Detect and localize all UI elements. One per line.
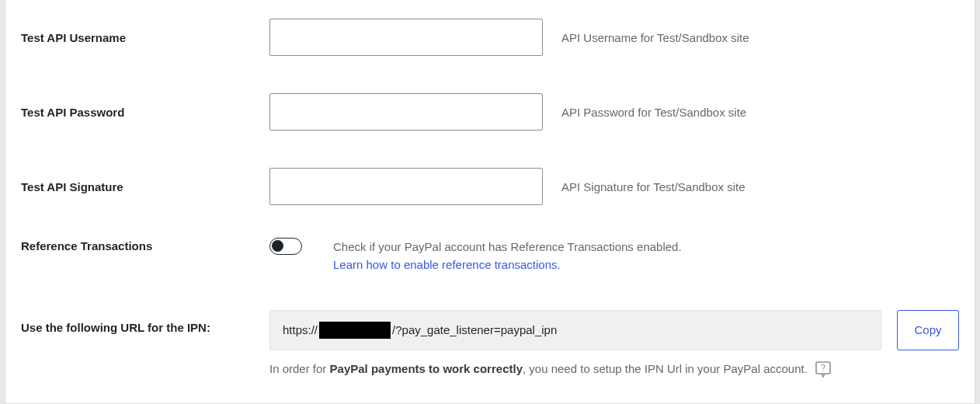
svg-text:?: ? [821,363,825,372]
reference-transactions-help-text: Check if your PayPal account has Referen… [333,240,682,253]
paypal-settings-panel: Test API Username API Username for Test/… [5,0,975,404]
row-test-api-username: Test API Username API Username for Test/… [21,0,959,75]
row-test-api-signature: Test API Signature API Signature for Tes… [21,149,959,224]
ipn-note-suffix: , you need to setup the IPN Url in your … [523,362,808,375]
link-reference-transactions-learn[interactable]: Learn how to enable reference transactio… [333,258,561,271]
label-test-api-signature: Test API Signature [21,180,269,193]
label-test-api-username: Test API Username [21,31,269,44]
input-test-api-signature[interactable] [269,168,543,205]
copy-ipn-url-button[interactable]: Copy [897,310,959,350]
ipn-url-prefix: https:// [283,323,318,336]
label-ipn-url: Use the following URL for the IPN: [21,310,269,334]
help-reference-transactions: Check if your PayPal account has Referen… [333,238,682,274]
label-test-api-password: Test API Password [21,106,269,119]
help-test-api-signature: API Signature for Test/Sandbox site [561,180,745,193]
help-icon[interactable]: ? [814,360,832,378]
row-reference-transactions: Reference Transactions Check if your Pay… [21,224,959,288]
toggle-reference-transactions[interactable] [269,238,302,255]
input-test-api-password[interactable] [269,93,543,131]
row-ipn-url: Use the following URL for the IPN: https… [21,288,959,378]
label-reference-transactions: Reference Transactions [21,238,269,252]
ipn-url-display[interactable]: https:///?pay_gate_listener=paypal_ipn [269,310,881,350]
input-test-api-username[interactable] [269,19,543,56]
ipn-note: In order for PayPal payments to work cor… [269,360,959,378]
ipn-url-redacted [319,322,391,339]
help-test-api-username: API Username for Test/Sandbox site [561,31,749,44]
ipn-note-bold: PayPal payments to work correctly [330,362,523,375]
ipn-url-suffix: /?pay_gate_listener=paypal_ipn [392,323,557,336]
toggle-knob [272,240,283,252]
row-test-api-password: Test API Password API Password for Test/… [21,75,959,149]
help-test-api-password: API Password for Test/Sandbox site [561,106,746,119]
ipn-note-prefix: In order for [269,362,330,375]
